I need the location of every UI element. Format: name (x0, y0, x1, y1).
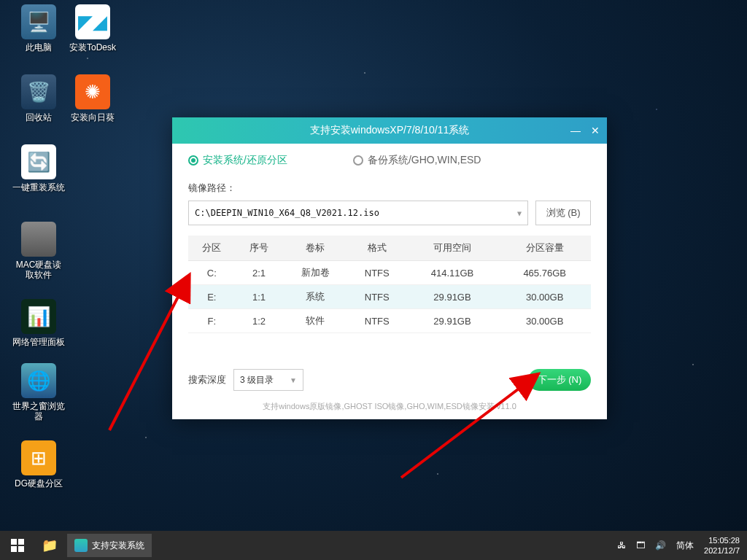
radio-dot-icon (188, 155, 198, 166)
path-label: 镜像路径： (188, 182, 591, 195)
desktop-icon-mac-reader[interactable]: MAC硬盘读取软件 (12, 222, 66, 280)
desktop-icon-label: 网络管理面板 (12, 337, 66, 347)
taskbar: 📁 支持安装系统 🖧 🗔 🔊 简体 15:05:28 2021/12/7 (0, 531, 747, 560)
table-cell: 1:1 (236, 285, 283, 309)
radio-label: 备份系统/GHO,WIN,ESD (368, 154, 481, 167)
col-capacity: 分区容量 (498, 236, 591, 261)
col-format: 格式 (348, 236, 406, 261)
table-cell: 软件 (282, 309, 347, 333)
partition-table: 分区 序号 卷标 格式 可用空间 分区容量 C:2:1新加卷NTFS414.11… (188, 236, 591, 333)
desktop-icon-label: 此电脑 (12, 42, 66, 52)
taskbar-active-app[interactable]: 支持安装系统 (67, 534, 152, 557)
desktop-icon-label: MAC硬盘读取软件 (12, 260, 66, 280)
browse-button[interactable]: 浏览 (B) (535, 201, 591, 225)
start-button[interactable] (0, 531, 35, 560)
table-cell: F: (188, 309, 236, 333)
desktop-icon-dg-partition[interactable]: ⊞ DG硬盘分区 (12, 440, 66, 489)
network-tray-icon[interactable]: 🖧 (617, 540, 626, 551)
folder-icon: 📁 (42, 537, 58, 553)
desktop-icon-label: 安装向日葵 (66, 112, 120, 122)
desktop-icon-net-panel[interactable]: 📊 网络管理面板 (12, 299, 66, 347)
search-depth-value: 3 级目录 (240, 374, 274, 386)
clock-time: 15:05:28 (704, 535, 740, 545)
action-center-icon[interactable]: 🗔 (636, 540, 645, 551)
desktop-icon-reinstall[interactable]: 🔄 一键重装系统 (12, 144, 66, 192)
table-cell: 30.00GB (498, 285, 591, 309)
svg-rect-2 (11, 539, 17, 545)
minimize-button[interactable]: — (570, 125, 581, 136)
table-cell: 系统 (282, 285, 347, 309)
desktop-icon-world-browser[interactable]: 🌐 世界之窗浏览器 (12, 363, 66, 421)
chevron-down-icon: ▼ (517, 209, 522, 217)
ime-indicator[interactable]: 简体 (676, 540, 694, 552)
table-cell: C: (188, 261, 236, 285)
trash-icon: 🗑️ (21, 74, 56, 109)
col-sequence: 序号 (236, 236, 283, 261)
desktop-icon-label: 一键重装系统 (12, 182, 66, 192)
table-cell: 465.76GB (498, 261, 591, 285)
globe-icon: 🌐 (21, 363, 56, 398)
radio-dot-icon (353, 155, 363, 166)
desktop-icon-sunflower[interactable]: ✺ 安装向日葵 (66, 74, 120, 122)
table-cell: 30.00GB (498, 309, 591, 333)
chevron-down-icon: ▼ (290, 376, 297, 384)
dialog-titlebar[interactable]: 支持安装windowsXP/7/8/10/11系统 — ✕ (172, 117, 607, 144)
table-cell: 29.91GB (406, 309, 499, 333)
table-cell: 414.11GB (406, 261, 499, 285)
table-cell: 2:1 (236, 261, 283, 285)
table-cell: NTFS (348, 309, 406, 333)
desktop-icon-label: 世界之窗浏览器 (12, 401, 66, 421)
col-partition: 分区 (188, 236, 236, 261)
next-button[interactable]: 下一步 (N) (528, 369, 591, 391)
col-volume: 卷标 (282, 236, 347, 261)
system-tray: 🖧 🗔 🔊 简体 15:05:28 2021/12/7 (617, 535, 747, 556)
monitor-icon: 🖥️ (21, 4, 56, 39)
install-dialog: 支持安装windowsXP/7/8/10/11系统 — ✕ 安装系统/还原分区 … (172, 117, 607, 419)
table-row[interactable]: C:2:1新加卷NTFS414.11GB465.76GB (188, 261, 591, 285)
image-path-value: C:\DEEPIN_WIN10_X64_Q8_V2021.12.iso (195, 208, 379, 218)
radio-backup[interactable]: 备份系统/GHO,WIN,ESD (353, 154, 481, 167)
table-cell: NTFS (348, 285, 406, 309)
table-header-row: 分区 序号 卷标 格式 可用空间 分区容量 (188, 236, 591, 261)
clock-date: 2021/12/7 (704, 545, 740, 556)
svg-rect-4 (11, 546, 17, 552)
desktop-icon-label: DG硬盘分区 (12, 478, 66, 489)
desktop-icon-todesk[interactable]: ◤◢ 安装ToDesk (66, 4, 120, 52)
col-free: 可用空间 (406, 236, 499, 261)
radio-install-restore[interactable]: 安装系统/还原分区 (188, 154, 287, 167)
table-cell: E: (188, 285, 236, 309)
radio-label: 安装系统/还原分区 (203, 154, 287, 167)
image-path-dropdown[interactable]: C:\DEEPIN_WIN10_X64_Q8_V2021.12.iso ▼ (188, 201, 528, 225)
reinstall-icon: 🔄 (21, 144, 56, 179)
sunflower-icon: ✺ (75, 74, 110, 109)
close-button[interactable]: ✕ (591, 125, 600, 136)
table-cell: 新加卷 (282, 261, 347, 285)
svg-rect-5 (18, 546, 24, 552)
taskbar-file-explorer[interactable]: 📁 (35, 531, 64, 560)
dialog-footer-note: 支持windows原版镜像,GHOST ISO镜像,GHO,WIM,ESD镜像安… (188, 401, 591, 412)
table-row[interactable]: F:1:2软件NTFS29.91GB30.00GB (188, 309, 591, 333)
taskbar-clock[interactable]: 15:05:28 2021/12/7 (704, 535, 740, 556)
table-cell: 1:2 (236, 309, 283, 333)
network-icon: 📊 (21, 299, 56, 334)
app-icon (74, 539, 88, 552)
desktop-icon-label: 安装ToDesk (66, 42, 120, 52)
desktop-icon-label: 回收站 (12, 112, 66, 122)
search-depth-label: 搜索深度 (188, 373, 226, 386)
table-cell: 29.91GB (406, 285, 499, 309)
desktop-icon-this-pc[interactable]: 🖥️ 此电脑 (12, 4, 66, 52)
table-cell: NTFS (348, 261, 406, 285)
todesk-icon: ◤◢ (75, 4, 110, 39)
windows-logo-icon (11, 539, 24, 552)
volume-icon[interactable]: 🔊 (655, 540, 666, 551)
partition-icon: ⊞ (21, 440, 56, 475)
dialog-title: 支持安装windowsXP/7/8/10/11系统 (310, 124, 470, 137)
table-row[interactable]: E:1:1系统NTFS29.91GB30.00GB (188, 285, 591, 309)
search-depth-dropdown[interactable]: 3 级目录 ▼ (233, 369, 303, 391)
taskbar-app-title: 支持安装系统 (92, 540, 144, 552)
svg-rect-3 (18, 539, 24, 545)
desktop-icon-recycle-bin[interactable]: 🗑️ 回收站 (12, 74, 66, 122)
apple-icon (21, 222, 56, 257)
